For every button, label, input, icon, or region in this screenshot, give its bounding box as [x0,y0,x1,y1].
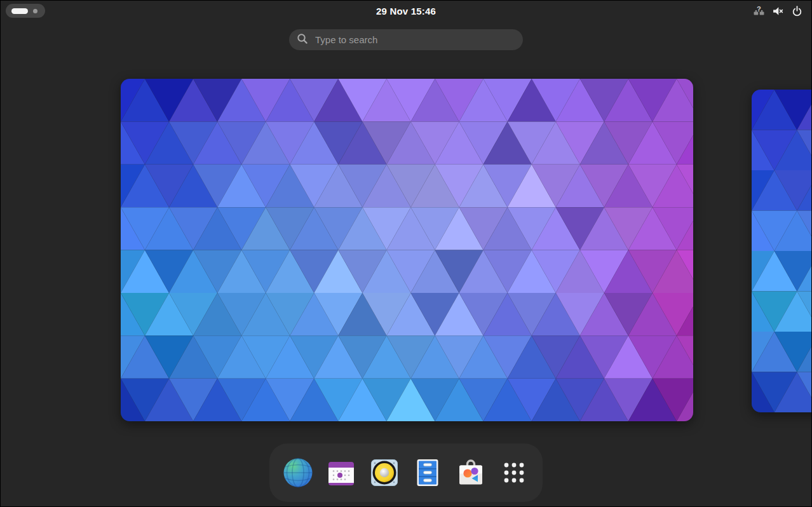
workspace-indicator[interactable] [6,4,45,18]
volume-muted-icon[interactable] [773,6,783,17]
web-globe-icon [283,457,313,488]
speaker-music-icon [369,457,400,488]
file-cabinet-icon [412,457,443,488]
search-icon [297,33,308,47]
search-entry[interactable] [289,29,523,50]
power-icon[interactable] [792,6,802,17]
system-status-area: ? [754,1,806,21]
dock-item-software[interactable] [456,457,486,488]
clock-button[interactable]: 29 Nov 15:46 [376,1,436,21]
wallpaper-image [121,79,693,421]
search-input[interactable] [314,34,515,46]
wallpaper-image-next [752,90,812,412]
network-unknown-icon[interactable]: ? [754,6,764,17]
dock-item-calendar[interactable] [326,457,356,488]
dash [269,443,543,502]
workspace-active-pill [11,8,28,14]
calendar-icon [326,457,356,488]
dock-item-show-apps[interactable] [499,457,529,488]
workspace-thumbnail-current[interactable] [121,79,693,421]
top-bar: 29 Nov 15:46 ? [1,1,811,21]
search-row [1,29,811,50]
dock-item-web[interactable] [283,457,313,488]
dock-item-files[interactable] [412,457,443,488]
show-applications-grid-icon [501,460,527,485]
svg-text:?: ? [757,6,761,13]
gnome-activities-overview: 29 Nov 15:46 ? [0,0,812,507]
software-bag-icon [456,457,486,488]
workspace-inactive-dot [33,9,37,13]
dock-item-music[interactable] [369,457,400,488]
workspace-thumbnail-next[interactable] [752,90,812,412]
